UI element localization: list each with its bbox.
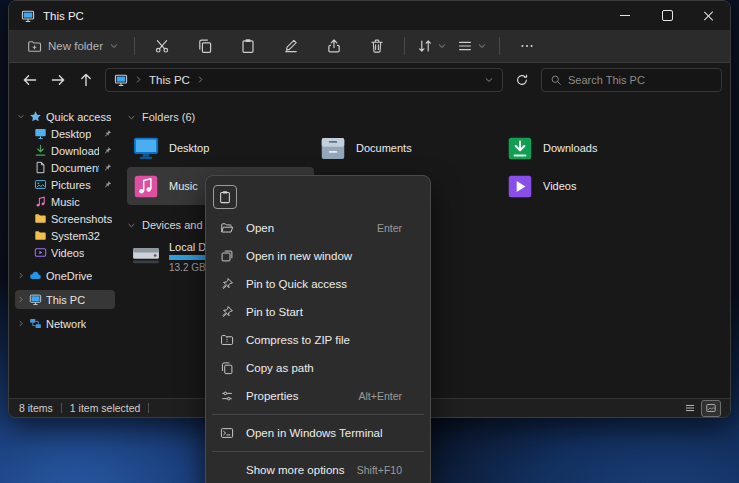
- quick-access-star-icon: [29, 110, 42, 123]
- folder-tile-downloads[interactable]: Downloads: [501, 129, 688, 167]
- context-menu-separator: [210, 447, 426, 456]
- context-menu-items: Open Enter Open in new window Pin to Qui…: [210, 214, 426, 483]
- back-button[interactable]: [17, 67, 43, 93]
- sidebar-item-screenshots[interactable]: Screenshots: [20, 210, 115, 227]
- delete-button[interactable]: [357, 33, 397, 59]
- sidebar-item-network[interactable]: Network: [15, 314, 115, 333]
- terminal-icon: [220, 426, 234, 440]
- chevron-icon: [17, 295, 25, 304]
- folders-section-header[interactable]: Folders (6): [127, 109, 730, 125]
- minimize-button[interactable]: [604, 1, 646, 30]
- status-separator: [148, 403, 149, 413]
- more-options-button[interactable]: [507, 33, 547, 59]
- view-button[interactable]: [452, 33, 492, 59]
- chevron-down-icon: [127, 221, 136, 230]
- copy-button[interactable]: [185, 33, 225, 59]
- context-menu-quick-actions: [210, 180, 426, 214]
- sidebar-item-onedrive[interactable]: OneDrive: [15, 266, 115, 285]
- rename-button[interactable]: [271, 33, 311, 59]
- window-title: This PC: [43, 10, 84, 22]
- maximize-button[interactable]: [646, 1, 688, 30]
- pin-icon: [103, 180, 112, 189]
- chevron-icon: [17, 319, 25, 328]
- breadcrumb-this-pc[interactable]: This PC: [149, 74, 190, 86]
- paste-button[interactable]: [228, 33, 268, 59]
- view-icon: [457, 38, 473, 54]
- cut-button[interactable]: [142, 33, 182, 59]
- folder-tile-desktop[interactable]: Desktop: [127, 129, 314, 167]
- screen: This PC New folder: [0, 0, 739, 483]
- pin-icon: [103, 146, 112, 155]
- onedrive-cloud-icon: [29, 269, 42, 282]
- menu-item-open[interactable]: Open Enter: [210, 214, 426, 242]
- folder-tile-videos[interactable]: Videos: [501, 167, 688, 205]
- menu-item-properties[interactable]: Properties Alt+Enter: [210, 382, 426, 410]
- chevron-down-icon: [109, 41, 119, 51]
- close-button[interactable]: [688, 1, 730, 30]
- chevron-icon: [17, 112, 25, 121]
- window-controls: [604, 1, 730, 30]
- large-icons-view-button[interactable]: [702, 401, 720, 416]
- sidebar-item-downloads[interactable]: Downloads: [20, 142, 115, 159]
- menu-item-copy-as-path[interactable]: Copy as path: [210, 354, 426, 382]
- pin-icon: [220, 277, 234, 291]
- folder-icon: [34, 229, 47, 242]
- sidebar-item-desktop[interactable]: Desktop: [20, 125, 115, 142]
- toolbar-separator: [404, 37, 405, 55]
- forward-button[interactable]: [45, 67, 71, 93]
- sort-button[interactable]: [412, 33, 452, 59]
- folder-tile-documents[interactable]: Documents: [314, 129, 501, 167]
- up-button[interactable]: [73, 67, 99, 93]
- up-icon: [78, 72, 94, 88]
- menu-item-pin-to-start[interactable]: Pin to Start: [210, 298, 426, 326]
- address-bar[interactable]: This PC: [105, 68, 503, 92]
- downloads-icon: [34, 144, 47, 157]
- sidebar-item-system32[interactable]: System32: [20, 227, 115, 244]
- documents-folder-icon: [318, 135, 348, 162]
- rename-icon: [283, 38, 299, 54]
- navigation-pane: Quick access Desktop Downloads: [9, 96, 121, 398]
- this-pc-icon: [29, 293, 42, 306]
- sidebar-item-pictures[interactable]: Pictures: [20, 176, 115, 193]
- clipboard-quick-action[interactable]: [213, 185, 237, 209]
- chevron-right-icon: [134, 75, 143, 84]
- more-icon: [519, 38, 535, 54]
- titlebar: This PC: [9, 1, 730, 30]
- network-icon: [29, 317, 42, 330]
- pictures-icon: [34, 178, 47, 191]
- menu-item-open-windows-terminal[interactable]: Open in Windows Terminal: [210, 419, 426, 447]
- large-icons-view-icon: [705, 402, 717, 414]
- sidebar-item-documents[interactable]: Documents: [20, 159, 115, 176]
- details-view-icon: [684, 402, 696, 414]
- new-folder-button[interactable]: New folder: [19, 33, 127, 59]
- menu-item-show-more-options[interactable]: Show more options Shift+F10: [210, 456, 426, 483]
- sort-icon: [417, 38, 433, 54]
- this-pc-icon: [114, 73, 128, 87]
- address-dropdown-button[interactable]: [484, 75, 494, 85]
- new-folder-label: New folder: [48, 40, 103, 52]
- share-button[interactable]: [314, 33, 354, 59]
- menu-item-pin-to-quick-access[interactable]: Pin to Quick access: [210, 270, 426, 298]
- menu-item-compress-to-zip[interactable]: Compress to ZIP file: [210, 326, 426, 354]
- search-input[interactable]: [568, 74, 713, 86]
- properties-icon: [220, 389, 234, 403]
- cut-icon: [154, 38, 170, 54]
- music-folder-icon: [131, 173, 161, 200]
- search-box[interactable]: [541, 68, 722, 92]
- sidebar-item-quick-access[interactable]: Quick access: [15, 108, 115, 125]
- menu-shortcut: Shift+F10: [357, 464, 402, 476]
- hard-drive-icon: [131, 242, 161, 269]
- videos-icon: [34, 246, 47, 259]
- sidebar-item-this-pc[interactable]: This PC: [15, 290, 115, 309]
- new-folder-icon: [27, 39, 42, 54]
- menu-shortcut: Alt+Enter: [359, 390, 402, 402]
- menu-item-open-new-window[interactable]: Open in new window: [210, 242, 426, 270]
- details-view-button[interactable]: [681, 401, 699, 416]
- selection-count: 1 item selected: [70, 402, 141, 414]
- context-menu-separator: [210, 410, 426, 419]
- refresh-button[interactable]: [509, 67, 535, 93]
- sidebar-item-music[interactable]: Music: [20, 193, 115, 210]
- sidebar-item-videos[interactable]: Videos: [20, 244, 115, 261]
- new-window-icon: [220, 249, 234, 263]
- documents-icon: [34, 161, 47, 174]
